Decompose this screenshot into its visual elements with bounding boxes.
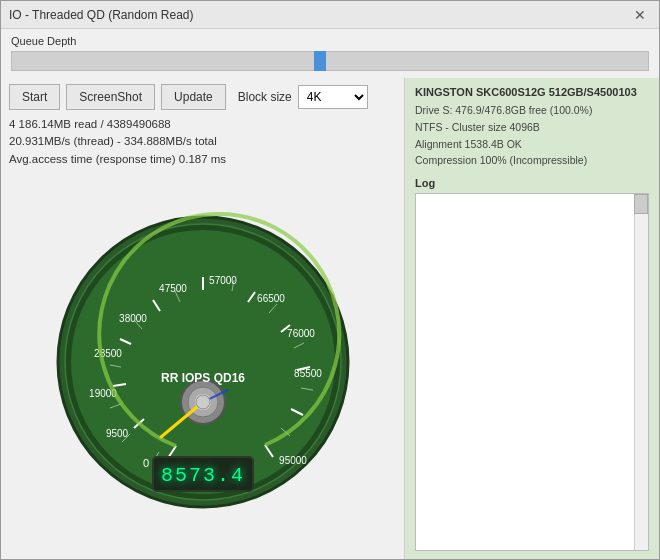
stats-area: 4 186.14MB read / 4389490688 20.931MB/s … xyxy=(9,116,396,168)
gauge-container: 0 9500 19000 28500 38000 47500 57000 xyxy=(9,172,396,553)
stat-avg: Avg.access time (response time) 0.187 ms xyxy=(9,151,396,168)
drive-line1: Drive S: 476.9/476.8GB free (100.0%) xyxy=(415,102,649,119)
title-bar: IO - Threaded QD (Random Read) ✕ xyxy=(1,1,659,29)
drive-info: Drive S: 476.9/476.8GB free (100.0%) NTF… xyxy=(415,102,649,169)
svg-text:76000: 76000 xyxy=(287,328,315,339)
queue-section: Queue Depth xyxy=(1,29,659,78)
svg-text:8573.4: 8573.4 xyxy=(160,464,244,487)
queue-label: Queue Depth xyxy=(11,35,649,47)
svg-text:66500: 66500 xyxy=(257,293,285,304)
gauge-svg: 0 9500 19000 28500 38000 47500 57000 xyxy=(53,212,353,512)
svg-text:9500: 9500 xyxy=(105,428,128,439)
log-area[interactable] xyxy=(415,193,649,551)
gauge-wrap: 0 9500 19000 28500 38000 47500 57000 xyxy=(53,212,353,512)
svg-point-41 xyxy=(196,395,210,409)
drive-title: KINGSTON SKC600S12G 512GB/S4500103 xyxy=(415,86,649,98)
log-scrollbar[interactable] xyxy=(634,194,648,550)
toolbar: Start ScreenShot Update Block size 4K 51… xyxy=(9,84,396,110)
stat-read: 4 186.14MB read / 4389490688 xyxy=(9,116,396,133)
screenshot-button[interactable]: ScreenShot xyxy=(66,84,155,110)
block-size-select[interactable]: 4K 512B 1K 2K 8K 16K 32K 64K 128K 256K 5… xyxy=(298,85,368,109)
svg-text:95000: 95000 xyxy=(279,455,307,466)
queue-slider[interactable] xyxy=(11,51,649,71)
svg-text:RR IOPS QD16: RR IOPS QD16 xyxy=(160,371,244,385)
svg-text:47500: 47500 xyxy=(159,283,187,294)
stat-speed: 20.931MB/s (thread) - 334.888MB/s total xyxy=(9,133,396,150)
block-size-label: Block size xyxy=(238,90,292,104)
window-title: IO - Threaded QD (Random Read) xyxy=(9,8,194,22)
start-button[interactable]: Start xyxy=(9,84,60,110)
left-panel: Start ScreenShot Update Block size 4K 51… xyxy=(1,78,404,559)
main-window: IO - Threaded QD (Random Read) ✕ Queue D… xyxy=(0,0,660,560)
svg-text:0: 0 xyxy=(142,457,148,469)
svg-text:38000: 38000 xyxy=(119,313,147,324)
close-button[interactable]: ✕ xyxy=(629,4,651,26)
drive-line4: Compression 100% (Incompressible) xyxy=(415,152,649,169)
drive-line3: Alignment 1538.4B OK xyxy=(415,136,649,153)
update-button[interactable]: Update xyxy=(161,84,226,110)
right-panel: KINGSTON SKC600S12G 512GB/S4500103 Drive… xyxy=(404,78,659,559)
drive-line2: NTFS - Cluster size 4096B xyxy=(415,119,649,136)
log-label: Log xyxy=(415,177,649,189)
log-scrollbar-thumb[interactable] xyxy=(634,194,648,214)
content-area: Start ScreenShot Update Block size 4K 51… xyxy=(1,78,659,559)
